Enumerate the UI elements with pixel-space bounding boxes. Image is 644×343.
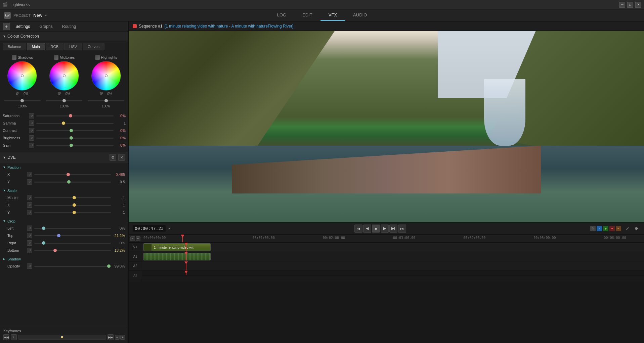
project-dropdown-arrow[interactable]: ▾ (45, 13, 47, 17)
position-header[interactable]: ▾ Position (0, 164, 128, 171)
indicator-edit[interactable]: ✂ (616, 226, 621, 231)
tab-graphs[interactable]: Graphs (35, 23, 56, 30)
saturation-track[interactable] (36, 115, 114, 116)
color-tab-rgb[interactable]: RGB (46, 43, 64, 50)
color-tab-curves[interactable]: Curves (83, 43, 104, 50)
timeline-zoom-out[interactable]: − (130, 236, 135, 241)
clip-a1[interactable] (143, 253, 211, 260)
play-button[interactable]: ▶ (381, 225, 389, 233)
keyframes-prev-button[interactable]: ◀◀ (3, 334, 9, 340)
shadow-opacity-reset[interactable]: ↺ (27, 263, 32, 269)
crop-top-thumb[interactable] (57, 234, 60, 237)
indicator-audio[interactable]: ♪ (597, 226, 602, 231)
color-tab-main[interactable]: Main (27, 43, 45, 50)
contrast-track[interactable] (36, 130, 114, 131)
scale-x-reset[interactable]: ↺ (27, 202, 32, 208)
shadow-opacity-thumb[interactable] (107, 264, 111, 268)
colour-correction-header[interactable]: ▾ Colour Correction (0, 32, 128, 41)
wheel-highlights-dot[interactable] (105, 75, 108, 77)
pos-y-reset[interactable]: ↺ (27, 179, 32, 185)
dve-close-button[interactable]: ✕ (118, 154, 125, 161)
scale-header[interactable]: ▾ Scale (0, 187, 128, 194)
timeline-playhead[interactable] (182, 235, 183, 242)
keyframes-next-button[interactable]: ▶▶ (108, 334, 114, 340)
scale-master-thumb[interactable] (73, 196, 76, 199)
pos-x-thumb[interactable] (67, 173, 70, 176)
scale-master-track[interactable] (34, 197, 111, 198)
wheel-midtones-wheel[interactable] (49, 61, 79, 91)
wheel-highlights-wheel[interactable] (91, 61, 121, 91)
crop-right-reset[interactable]: ↺ (27, 240, 32, 246)
go-to-start-button[interactable]: ⏮ (354, 225, 362, 233)
pos-y-track[interactable] (34, 182, 111, 183)
saturation-reset[interactable]: ↺ (29, 113, 34, 118)
add-effect-button[interactable]: + (3, 23, 10, 30)
keyframes-zoom-out[interactable]: − (115, 335, 120, 340)
gamma-reset[interactable]: ↺ (29, 120, 34, 126)
contrast-thumb[interactable] (70, 129, 73, 132)
tab-log[interactable]: LOG (269, 10, 294, 21)
settings-button[interactable]: ⚙ (633, 225, 640, 232)
crop-left-thumb[interactable] (42, 227, 45, 230)
timeline-zoom-in[interactable]: + (136, 236, 140, 241)
keyframes-track[interactable] (18, 335, 106, 340)
crop-top-track[interactable] (34, 235, 111, 236)
keyframes-zoom-in[interactable]: + (120, 335, 125, 340)
crop-bottom-thumb[interactable] (53, 249, 57, 252)
tab-routing[interactable]: Routing (58, 23, 80, 30)
brightness-reset[interactable]: ↺ (29, 135, 34, 141)
color-tab-hsv[interactable]: HSV (64, 43, 82, 50)
saturation-thumb[interactable] (69, 114, 72, 117)
crop-left-reset[interactable]: ↺ (27, 226, 32, 231)
next-frame-button[interactable]: ▶| (389, 225, 397, 233)
gain-reset[interactable]: ↺ (29, 143, 34, 148)
gain-track[interactable] (36, 145, 114, 146)
pos-y-thumb[interactable] (67, 180, 71, 184)
timecode-dropdown[interactable]: ▾ (168, 227, 170, 230)
wheel-midtones-slider[interactable] (46, 100, 83, 101)
wheel-shadows-slider[interactable] (4, 100, 41, 101)
dve-settings-button[interactable]: ⚙ (110, 154, 116, 161)
wheel-shadows-wheel[interactable] (7, 61, 37, 91)
color-tab-balance[interactable]: Balance (3, 43, 26, 50)
crop-header[interactable]: ▾ Crop (0, 217, 128, 225)
close-button[interactable]: ✕ (635, 2, 641, 8)
gain-thumb[interactable] (70, 144, 73, 147)
pos-x-track[interactable] (34, 174, 111, 175)
tab-vfx[interactable]: VFX (320, 10, 345, 21)
dve-header-left[interactable]: ▾ DVE (3, 155, 16, 160)
wheel-midtones-dot[interactable] (63, 75, 66, 77)
brightness-thumb[interactable] (70, 136, 73, 140)
crop-bottom-reset[interactable]: ↺ (27, 248, 32, 253)
minimize-button[interactable]: ─ (619, 2, 625, 8)
contrast-reset[interactable]: ↺ (29, 128, 34, 133)
go-to-end-button[interactable]: ⏭ (398, 225, 406, 233)
crop-right-thumb[interactable] (42, 241, 45, 245)
crop-top-reset[interactable]: ↺ (27, 233, 32, 238)
scale-y-thumb[interactable] (73, 211, 76, 214)
tab-settings[interactable]: Settings (11, 23, 34, 30)
gamma-track[interactable] (36, 123, 114, 124)
fullscreen-button[interactable]: ⤢ (624, 225, 631, 232)
keyframes-add-button[interactable]: + (11, 334, 17, 340)
scale-x-thumb[interactable] (73, 203, 76, 207)
scale-master-reset[interactable]: ↺ (27, 195, 32, 200)
shadow-header[interactable]: ▸ Shadow (0, 255, 128, 262)
gamma-thumb[interactable] (62, 121, 65, 125)
clip-v1[interactable]: 1 minute relaxing video wit (143, 243, 211, 251)
prev-frame-button[interactable]: ◀ (363, 225, 371, 233)
indicator-loop[interactable]: ↻ (590, 226, 596, 231)
crop-right-track[interactable] (34, 243, 111, 244)
ruler-marks[interactable]: 00:00:00:00 00:01:00.00 00:02:00.00 00:0… (142, 235, 644, 242)
indicator-video[interactable]: ▶ (603, 226, 608, 231)
tab-audio[interactable]: AUDIO (345, 10, 375, 21)
shadow-opacity-track[interactable] (34, 266, 111, 267)
brightness-track[interactable] (36, 138, 114, 139)
tab-edit[interactable]: EDIT (294, 10, 320, 21)
wheel-shadows-dot[interactable] (21, 75, 24, 77)
project-name[interactable]: New (33, 13, 42, 18)
scale-y-track[interactable] (34, 212, 111, 213)
restore-button[interactable]: □ (627, 2, 633, 8)
scale-x-track[interactable] (34, 205, 111, 206)
stop-button[interactable]: ■ (372, 225, 380, 233)
